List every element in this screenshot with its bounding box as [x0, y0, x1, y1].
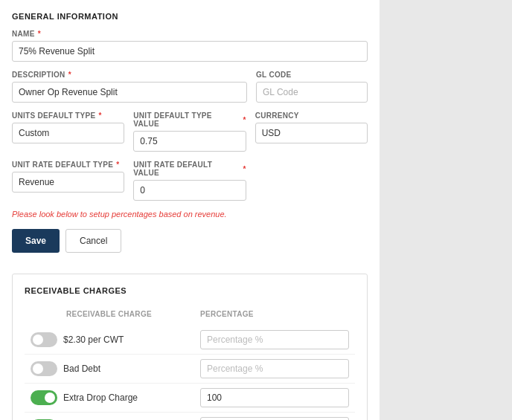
gl-code-col: GL CODE	[256, 71, 368, 103]
description-required: *	[68, 71, 71, 79]
charge-column-header: RECEIVABLE CHARGE	[66, 310, 200, 318]
toggle-slider	[31, 390, 57, 405]
charge-row: Extra Drop Charge	[25, 384, 355, 413]
units-default-type-col: UNITS DEFAULT TYPE *	[12, 112, 124, 152]
name-required: *	[38, 30, 41, 38]
currency-label: CURRENCY	[255, 112, 368, 120]
charges-list: $2.30 per CWTBad DebtExtra Drop ChargeEx…	[25, 326, 355, 420]
gl-code-label: GL CODE	[256, 71, 368, 79]
description-col: DESCRIPTION *	[12, 71, 247, 103]
units-row: UNITS DEFAULT TYPE * UNIT DEFAULT TYPE V…	[12, 112, 368, 152]
toggle-slider	[31, 361, 57, 376]
cancel-button[interactable]: Cancel	[65, 229, 121, 253]
toggle-slider	[31, 332, 57, 347]
toggle-switch[interactable]	[31, 332, 57, 347]
page-wrapper: GENERAL INFORMATION NAME * DESCRIPTION *…	[0, 0, 512, 420]
percentage-input[interactable]	[200, 359, 349, 378]
table-header: RECEIVABLE CHARGE PERCENTAGE	[25, 306, 355, 323]
percentage-input[interactable]	[200, 388, 349, 407]
receivable-charges-title: RECEIVABLE CHARGES	[25, 286, 355, 295]
toggle-switch[interactable]	[31, 390, 57, 405]
unit-rate-default-value-col: UNIT RATE DEFAULT VALUE *	[133, 161, 246, 201]
receivable-charges-section: RECEIVABLE CHARGES RECEIVABLE CHARGE PER…	[12, 274, 368, 420]
save-button[interactable]: Save	[12, 229, 60, 253]
name-group: NAME *	[12, 30, 368, 62]
unit-rate-default-value-input[interactable]	[133, 180, 246, 201]
button-row: Save Cancel	[12, 229, 368, 265]
description-label: DESCRIPTION *	[12, 71, 247, 79]
currency-col: CURRENCY	[255, 112, 368, 152]
charge-row: Extra Pick Up Charge	[25, 413, 355, 420]
unit-default-type-value-label: UNIT DEFAULT TYPE VALUE *	[133, 112, 246, 128]
empty-col	[255, 161, 368, 201]
currency-input[interactable]	[255, 123, 368, 143]
name-input[interactable]	[12, 41, 368, 62]
percentage-input[interactable]	[200, 330, 349, 349]
general-info-title: GENERAL INFORMATION	[12, 12, 368, 21]
content-area: GENERAL INFORMATION NAME * DESCRIPTION *…	[0, 0, 380, 420]
unit-rate-default-type-label: UNIT RATE DEFAULT TYPE *	[12, 161, 124, 169]
warning-text: Please look below to setup percentages b…	[12, 210, 368, 219]
right-panel	[380, 0, 512, 420]
unit-rate-default-value-label: UNIT RATE DEFAULT VALUE *	[133, 161, 246, 177]
units-default-type-input[interactable]	[12, 123, 124, 143]
unit-rate-row: UNIT RATE DEFAULT TYPE * UNIT RATE DEFAU…	[12, 161, 368, 201]
unit-rate-default-type-input[interactable]	[12, 172, 124, 193]
description-row: DESCRIPTION * GL CODE	[12, 71, 368, 103]
toggle-switch[interactable]	[31, 361, 57, 376]
unit-default-type-value-input[interactable]	[133, 131, 246, 152]
units-default-type-label: UNITS DEFAULT TYPE *	[12, 112, 124, 120]
description-input[interactable]	[12, 82, 247, 103]
charge-name: Bad Debt	[63, 364, 200, 374]
percentage-column-header: PERCENTAGE	[200, 310, 349, 318]
name-label: NAME *	[12, 30, 368, 38]
charge-row: Bad Debt	[25, 355, 355, 384]
gl-code-input[interactable]	[256, 82, 368, 103]
charge-name: Extra Drop Charge	[63, 392, 200, 403]
charge-row: $2.30 per CWT	[25, 326, 355, 355]
percentage-input[interactable]	[200, 417, 349, 420]
unit-rate-default-type-col: UNIT RATE DEFAULT TYPE *	[12, 161, 124, 201]
unit-default-type-value-col: UNIT DEFAULT TYPE VALUE *	[133, 112, 246, 152]
charge-name: $2.30 per CWT	[63, 335, 200, 345]
